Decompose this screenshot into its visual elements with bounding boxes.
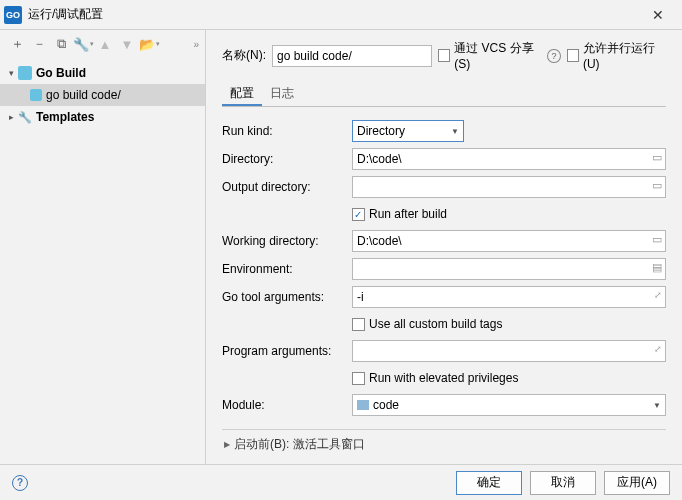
expand-icon[interactable]: ⤢ <box>654 290 662 300</box>
close-button[interactable]: ✕ <box>638 0 678 30</box>
move-down-button[interactable]: ▼ <box>116 33 138 55</box>
chevron-down-icon: ▾ <box>4 68 18 78</box>
run-kind-label: Run kind: <box>222 124 352 138</box>
help-button[interactable]: ? <box>12 475 28 491</box>
environment-label: Environment: <box>222 262 352 276</box>
tree-node-go-build-code[interactable]: go build code/ <box>0 84 205 106</box>
chevron-right-icon: ▶ <box>224 440 230 449</box>
program-args-label: Program arguments: <box>222 344 352 358</box>
left-panel: ＋ － ⧉ 🔧 ▲ ▼ 📂 » ▾ Go Build go build code… <box>0 30 206 464</box>
chevron-right-icon: ▸ <box>4 112 18 122</box>
apply-button[interactable]: 应用(A) <box>604 471 670 495</box>
tab-config[interactable]: 配置 <box>222 81 262 106</box>
row-program-args: Program arguments: ⤢ <box>222 337 666 365</box>
config-tree: ▾ Go Build go build code/ ▸ 🔧 Templates <box>0 58 205 128</box>
checkbox-icon <box>438 49 450 62</box>
module-value: code <box>373 398 399 412</box>
expand-icon[interactable]: ⤢ <box>654 344 662 354</box>
tree-label: Templates <box>36 110 94 124</box>
move-up-button[interactable]: ▲ <box>94 33 116 55</box>
parallel-run-label: 允许并行运行(U) <box>583 40 666 71</box>
custom-tags-checkbox[interactable]: Use all custom build tags <box>222 311 666 337</box>
module-label: Module: <box>222 398 352 412</box>
chevron-down-icon: ▼ <box>451 127 459 136</box>
program-args-input[interactable] <box>352 340 666 362</box>
share-vcs-checkbox[interactable]: 通过 VCS 分享(S) ? <box>438 40 561 71</box>
collapse-icon[interactable]: » <box>193 39 199 50</box>
run-kind-value: Directory <box>357 124 405 138</box>
titlebar: GO 运行/调试配置 ✕ <box>0 0 682 30</box>
remove-button[interactable]: － <box>28 33 50 55</box>
folder-icon[interactable]: ▭ <box>652 151 662 164</box>
tree-label: go build code/ <box>46 88 121 102</box>
edit-button[interactable]: 🔧 <box>72 33 94 55</box>
before-launch-section[interactable]: ▶ 启动前(B): 激活工具窗口 <box>222 436 666 453</box>
checkbox-icon <box>352 318 365 331</box>
row-output-dir: Output directory: ▭ <box>222 173 666 201</box>
before-launch-label: 启动前(B): 激活工具窗口 <box>234 436 365 453</box>
directory-label: Directory: <box>222 152 352 166</box>
checkbox-icon <box>352 372 365 385</box>
go-icon <box>30 89 42 101</box>
app-icon: GO <box>4 6 22 24</box>
environment-input[interactable] <box>352 258 666 280</box>
form: Run kind: Directory ▼ Directory: ▭ Outpu… <box>222 107 666 419</box>
row-run-kind: Run kind: Directory ▼ <box>222 117 666 145</box>
wrench-icon: 🔧 <box>18 111 32 124</box>
run-after-build-checkbox[interactable]: Run after build <box>222 201 666 227</box>
name-label: 名称(N): <box>222 47 266 64</box>
module-select[interactable]: code ▼ <box>352 394 666 416</box>
content-area: ＋ － ⧉ 🔧 ▲ ▼ 📂 » ▾ Go Build go build code… <box>0 30 682 464</box>
checkbox-icon <box>567 49 579 62</box>
button-group: 确定 取消 应用(A) <box>456 471 670 495</box>
ok-button[interactable]: 确定 <box>456 471 522 495</box>
name-input[interactable] <box>272 45 432 67</box>
cancel-button[interactable]: 取消 <box>530 471 596 495</box>
tab-log[interactable]: 日志 <box>262 81 302 106</box>
name-row: 名称(N): 通过 VCS 分享(S) ? 允许并行运行(U) <box>222 40 666 71</box>
working-dir-label: Working directory: <box>222 234 352 248</box>
folder-icon[interactable]: ▭ <box>652 179 662 192</box>
go-args-input[interactable] <box>352 286 666 308</box>
go-icon <box>18 66 32 80</box>
right-panel: 名称(N): 通过 VCS 分享(S) ? 允许并行运行(U) 配置 日志 Ru… <box>206 30 682 464</box>
output-dir-input[interactable] <box>352 176 666 198</box>
row-directory: Directory: ▭ <box>222 145 666 173</box>
footer: ? 确定 取消 应用(A) <box>0 464 682 500</box>
row-environment: Environment: ▤ <box>222 255 666 283</box>
go-args-label: Go tool arguments: <box>222 290 352 304</box>
tree-node-templates[interactable]: ▸ 🔧 Templates <box>0 106 205 128</box>
tree-node-go-build[interactable]: ▾ Go Build <box>0 62 205 84</box>
folder-icon[interactable]: ▭ <box>652 233 662 246</box>
folder-button[interactable]: 📂 <box>138 33 160 55</box>
elevated-label: Run with elevated privileges <box>369 371 518 385</box>
run-after-build-label: Run after build <box>369 207 447 221</box>
add-button[interactable]: ＋ <box>6 33 28 55</box>
working-dir-input[interactable] <box>352 230 666 252</box>
window-title: 运行/调试配置 <box>28 6 638 23</box>
custom-tags-label: Use all custom build tags <box>369 317 502 331</box>
list-icon[interactable]: ▤ <box>652 261 662 274</box>
share-vcs-label: 通过 VCS 分享(S) <box>454 40 543 71</box>
chevron-down-icon: ▼ <box>653 401 661 410</box>
directory-input[interactable] <box>352 148 666 170</box>
copy-button[interactable]: ⧉ <box>50 33 72 55</box>
separator <box>222 429 666 430</box>
checkbox-icon <box>352 208 365 221</box>
elevated-checkbox[interactable]: Run with elevated privileges <box>222 365 666 391</box>
row-working-dir: Working directory: ▭ <box>222 227 666 255</box>
parallel-run-checkbox[interactable]: 允许并行运行(U) <box>567 40 666 71</box>
tree-label: Go Build <box>36 66 86 80</box>
run-kind-select[interactable]: Directory ▼ <box>352 120 464 142</box>
tabs: 配置 日志 <box>222 81 666 107</box>
config-toolbar: ＋ － ⧉ 🔧 ▲ ▼ 📂 » <box>0 30 205 58</box>
help-icon[interactable]: ? <box>547 49 560 63</box>
output-dir-label: Output directory: <box>222 180 352 194</box>
row-go-args: Go tool arguments: ⤢ <box>222 283 666 311</box>
row-module: Module: code ▼ <box>222 391 666 419</box>
module-icon <box>357 400 369 410</box>
